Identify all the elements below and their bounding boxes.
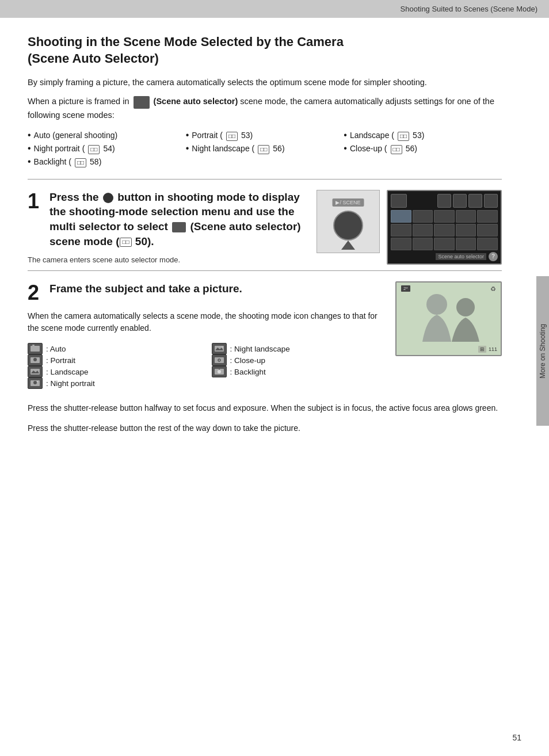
intro-para1: By simply framing a picture, the camera … <box>28 76 502 89</box>
svg-rect-0 <box>30 346 40 352</box>
step2-header: 2 Frame the subject and take a picture. <box>28 281 384 303</box>
icon-closeup: : Close-up <box>212 354 384 366</box>
svg-rect-7 <box>215 346 224 352</box>
step1-title: Press the button in shooting mode to dis… <box>49 190 305 249</box>
step2-title: Frame the subject and take a picture. <box>49 281 384 303</box>
svg-point-11 <box>218 370 221 373</box>
vf-bottom-bar: ⊞ 111 <box>478 346 497 353</box>
svg-rect-4 <box>30 369 40 375</box>
step2-bottom1: Press the shutter-release button halfway… <box>28 402 502 414</box>
main-content: Shooting in the Scene Mode Selected by t… <box>0 18 529 463</box>
step1-number: 1 <box>28 191 39 249</box>
header-title: Shooting Suited to Scenes (Scene Mode) <box>401 5 537 13</box>
step1-section: 1 Press the button in shooting mode to d… <box>28 179 502 265</box>
icon-auto: : Auto <box>28 343 200 354</box>
step1-images: ▶/ SCENE <box>317 190 502 265</box>
bullet-night-landscape: Night landscape (□□ 56) <box>186 143 344 154</box>
step2-number: 2 <box>28 282 39 303</box>
bullet-portrait: Portrait (□□ 53) <box>186 130 344 141</box>
bullet-auto: Auto (general shooting) <box>28 130 186 141</box>
icon-portrait: : Portrait <box>28 354 200 366</box>
silhouettes <box>396 287 502 345</box>
icon-list-right: : Night landscape : Close-up <box>212 343 384 389</box>
bullet-landscape: Landscape (□□ 53) <box>344 130 502 141</box>
svg-rect-8 <box>215 357 224 363</box>
bullet-list: Auto (general shooting) Portrait (□□ 53)… <box>28 130 502 167</box>
bullet-backlight: Backlight (□□ 58) <box>28 156 186 167</box>
scene-auto-label: Scene auto selector <box>436 253 486 260</box>
page-number: 51 <box>512 733 521 742</box>
selector-image: ▶/ SCENE <box>317 190 380 253</box>
icon-backlight: : Backlight <box>212 366 384 377</box>
step1-note: The camera enters scene auto selector mo… <box>28 255 305 264</box>
svg-point-14 <box>456 298 475 316</box>
svg-point-3 <box>33 358 37 361</box>
step2-bottom2: Press the shutter-release button the res… <box>28 422 502 434</box>
header-bar: Shooting Suited to Scenes (Scene Mode) <box>0 0 549 18</box>
step2-body: When the camera automatically selects a … <box>28 310 384 335</box>
icon-landscape: : Landscape <box>28 366 200 377</box>
side-tab: More on Shooting <box>536 276 549 426</box>
svg-point-6 <box>33 381 37 384</box>
viewfinder-image: 2* ♻ ⊞ 111 <box>395 281 502 356</box>
bullet-night-portrait: Night portrait (□□ 54) <box>28 143 186 154</box>
bullet-closeup: Close-up (□□ 56) <box>344 143 502 154</box>
scene-menu-image: Scene auto selector ? <box>387 190 502 265</box>
step1-header: 1 Press the button in shooting mode to d… <box>28 190 305 249</box>
selector-label: ▶/ SCENE <box>332 198 364 207</box>
svg-rect-1 <box>32 345 35 346</box>
step2-section: 2 Frame the subject and take a picture. … <box>28 270 502 434</box>
icon-list: : Auto : Portrait : Landsc <box>28 343 384 389</box>
side-tab-label: More on Shooting <box>539 324 547 379</box>
intro-para2: When a picture is framed in (Scene auto … <box>28 95 502 121</box>
icon-night-landscape: : Night landscape <box>212 343 384 354</box>
icon-list-left: : Auto : Portrait : Landsc <box>28 343 200 389</box>
icon-night-portrait: : Night portrait <box>28 377 200 389</box>
page-title: Shooting in the Scene Mode Selected by t… <box>28 34 502 67</box>
svg-point-13 <box>426 294 447 315</box>
